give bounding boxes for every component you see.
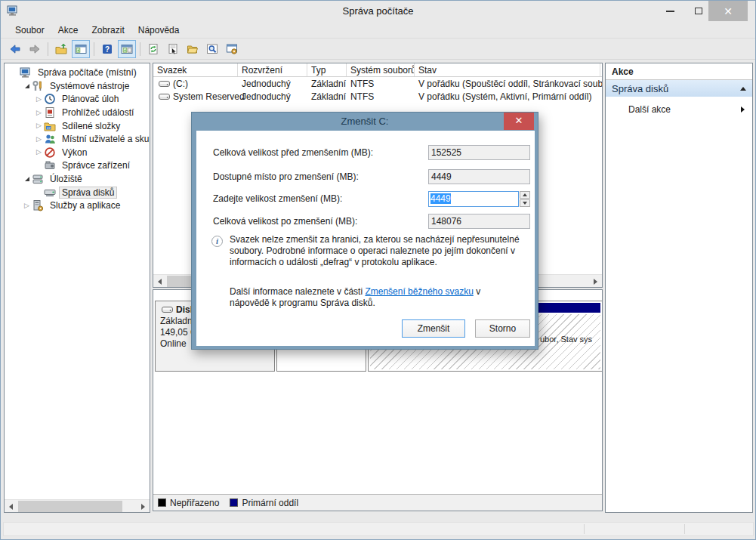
dialog-title: Zmenšit C:	[192, 113, 538, 131]
actions-panel: Akce Správa disků Další akce	[605, 63, 753, 513]
open-button[interactable]	[184, 40, 202, 58]
tree-item[interactable]: Správa disků	[7, 185, 150, 199]
tree-item[interactable]: Úložiště	[7, 172, 150, 186]
up-one-level-button[interactable]	[52, 40, 70, 58]
scroll-right-icon[interactable]	[137, 500, 150, 513]
expand-icon[interactable]: ▷	[34, 134, 44, 143]
refresh-icon	[147, 43, 159, 55]
collapse-icon[interactable]	[740, 87, 746, 91]
scroll-left-icon[interactable]	[153, 275, 166, 288]
customize-button[interactable]	[223, 40, 241, 58]
forward-icon	[29, 43, 41, 55]
shrink-amount-input[interactable]: 4449	[428, 191, 519, 207]
tree-item-label: Prohlížeč událostí	[59, 106, 137, 119]
column-header-4[interactable]: Systém souborů	[347, 63, 415, 76]
column-header-5[interactable]: Stav	[415, 63, 600, 76]
expand-icon[interactable]: ▷	[34, 94, 44, 103]
field-label: Celková velikost po zmenšení (MB):	[213, 216, 357, 227]
volume-icon	[159, 92, 171, 101]
column-header-2[interactable]: Rozvržení	[238, 63, 307, 76]
tree-item-label: Sdílené složky	[59, 120, 123, 132]
volume-status: V pořádku (Spouštěcí oddíl, Stránkovací …	[415, 79, 600, 89]
tree-item[interactable]: ▷Výkon	[7, 146, 150, 159]
volume-icon	[159, 79, 171, 88]
expander-placeholder	[34, 188, 44, 197]
expand-icon[interactable]: ▷	[34, 148, 44, 157]
services-icon	[32, 199, 44, 211]
close-button[interactable]: ✕	[708, 1, 748, 21]
legend-label: Primární oddíl	[242, 498, 298, 508]
more-actions-label: Další akce	[628, 104, 671, 115]
scroll-left-icon[interactable]	[5, 500, 17, 513]
volume-table-body: (C:)JednoduchýZákladníNTFSV pořádku (Spo…	[153, 77, 602, 103]
find-button[interactable]	[203, 40, 221, 58]
tree-item[interactable]: ▷22Sdílené složky	[7, 119, 150, 132]
dialog-field-row: Dostupné místo pro zmenšení (MB):4449	[196, 169, 535, 184]
svg-text:22: 22	[47, 125, 51, 129]
partition-status-text: ubor, Stav sys	[540, 335, 592, 344]
expand-icon[interactable]: ▷	[34, 122, 44, 131]
show-console-tree-button[interactable]	[72, 40, 90, 58]
tree-item-label: Správa disků	[59, 187, 117, 199]
tree-item[interactable]: ▷Prohlížeč událostí	[7, 106, 150, 119]
tree-horizontal-scrollbar[interactable]	[5, 499, 150, 512]
menu-action[interactable]: Akce	[51, 23, 85, 38]
disk-management-icon	[44, 187, 56, 199]
legend-swatch	[158, 498, 166, 507]
expand-icon[interactable]: ▷	[34, 108, 44, 117]
dialog-close-button[interactable]: ✕	[504, 113, 534, 130]
system-tools-icon	[32, 80, 44, 92]
help-icon: ?	[101, 43, 113, 55]
tree-item-label: Správce zařízení	[59, 159, 133, 171]
toolbar: ?	[1, 39, 755, 60]
expand-icon[interactable]: ▷	[22, 201, 32, 210]
shrink-button[interactable]: Zmenšit	[402, 319, 465, 338]
more-actions-item[interactable]: Další akce	[606, 102, 752, 117]
partition-legend: NepřiřazenoPrimární oddíl	[153, 494, 602, 511]
console-tree-panel: Správa počítače (místní)Systémové nástro…	[4, 63, 150, 513]
scroll-right-icon[interactable]	[589, 275, 602, 288]
collapse-icon[interactable]	[22, 174, 32, 184]
tree-item[interactable]: Systémové nástroje	[7, 79, 150, 93]
menu-help[interactable]: Nápověda	[131, 23, 187, 38]
menu-file[interactable]: Soubor	[8, 23, 51, 38]
back-button[interactable]	[6, 40, 24, 58]
collapse-icon[interactable]	[22, 82, 32, 91]
volume-row[interactable]: (C:)JednoduchýZákladníNTFSV pořádku (Spo…	[153, 77, 602, 90]
volume-row[interactable]: System ReservedJednoduchýZákladníNTFSV p…	[153, 90, 602, 103]
forward-button[interactable]	[26, 40, 44, 58]
properties-button[interactable]	[164, 40, 182, 58]
tree-item[interactable]: ▷Místní uživatelé a skupiny	[7, 132, 150, 146]
readonly-value-field: 148076	[428, 214, 530, 229]
device-manager-icon	[44, 159, 56, 171]
cancel-button[interactable]: Storno	[475, 319, 530, 338]
actions-group-disk-management[interactable]: Správa disků	[606, 80, 752, 97]
disk-icon	[162, 305, 174, 314]
spin-down-button[interactable]	[520, 199, 530, 207]
readonly-value-field: 152525	[428, 145, 530, 160]
shrink-help-link[interactable]: Zmenšení běžného svazku	[365, 286, 473, 297]
tree-item[interactable]: Správa počítače (místní)	[7, 66, 150, 79]
scrollbar-thumb[interactable]	[18, 501, 122, 512]
minimize-button[interactable]	[657, 1, 683, 21]
spin-up-button[interactable]	[520, 191, 530, 199]
dialog-field-row: Celková velikost před zmenšením (MB):152…	[196, 145, 535, 160]
show-action-pane-button[interactable]	[118, 40, 136, 58]
column-header-3[interactable]: Typ	[307, 63, 347, 76]
refresh-button[interactable]	[144, 40, 162, 58]
open-icon	[187, 43, 199, 55]
help-button[interactable]: ?	[98, 40, 116, 58]
maximize-button[interactable]	[686, 1, 711, 21]
dialog-field-row: Zadejte velikost zmenšení (MB):4449	[196, 191, 535, 206]
help-prefix: Další informace naleznete v části	[230, 286, 365, 297]
toolbar-separator	[48, 42, 48, 56]
column-header-1[interactable]: Svazek	[153, 63, 238, 76]
back-icon	[9, 43, 21, 55]
menu-view[interactable]: Zobrazit	[85, 23, 131, 38]
tree-item[interactable]: Správce zařízení	[7, 159, 150, 172]
tree-item[interactable]: ▷Plánovač úloh	[7, 92, 150, 106]
field-label: Celková velikost před zmenšením (MB):	[213, 147, 373, 158]
tree-item-label: Správa počítače (místní)	[35, 66, 140, 79]
status-separator	[584, 524, 585, 534]
tree-item[interactable]: ▷Služby a aplikace	[7, 199, 150, 212]
